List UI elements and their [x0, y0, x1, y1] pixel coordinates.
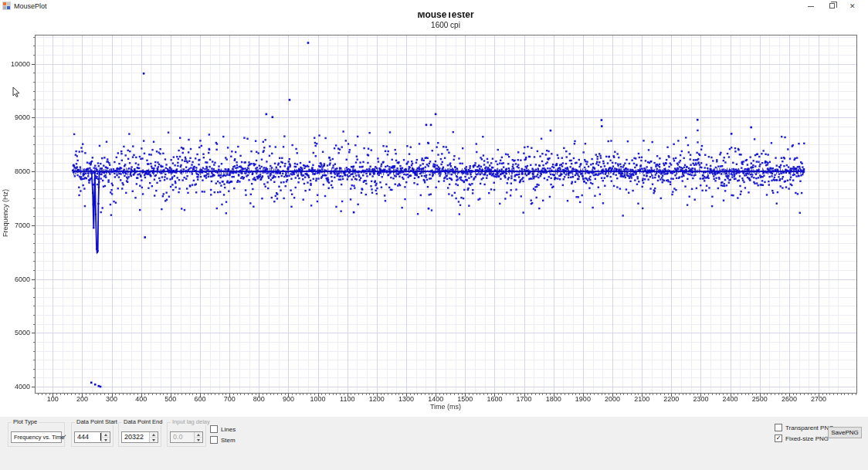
chevron-down-icon — [63, 434, 66, 438]
triangle-down-icon — [104, 439, 107, 441]
spin-down-button[interactable] — [150, 438, 158, 442]
stem-checkbox[interactable]: Stem — [210, 436, 236, 444]
spin-buttons — [101, 432, 110, 442]
spin-down-button — [195, 438, 202, 442]
triangle-up-icon — [197, 434, 200, 436]
fixed-size-png-checkbox[interactable]: ✓ Fixed-size PNG — [775, 434, 829, 442]
minimize-button[interactable] — [800, 0, 822, 12]
plot-type-select[interactable]: Frequency vs. Time — [11, 431, 62, 443]
spin-up-button[interactable] — [150, 432, 158, 438]
control-panel: Plot Type Frequency vs. Time Data Point … — [0, 417, 868, 470]
data-point-end-input[interactable]: 20322 — [121, 431, 158, 443]
checkbox-box — [775, 424, 782, 431]
spin-buttons — [149, 432, 158, 442]
data-point-start-value: 444 — [75, 432, 100, 442]
checkbox-box — [210, 436, 218, 444]
mouseplot-window: MousePlot ✕ MouseTester 1600 cpi Frequen… — [0, 0, 868, 470]
transparent-png-label: Transparent PNG — [785, 424, 833, 431]
input-lag-delay-label: Input lag delay — [171, 418, 212, 425]
plot-type-label: Plot Type — [12, 418, 39, 425]
input-lag-delay-value: 0.0 — [171, 432, 194, 442]
x-axis-label: Time (ms) — [430, 403, 461, 411]
data-point-start-group: Data Point Start 444 — [71, 422, 114, 447]
triangle-up-icon — [152, 434, 155, 436]
close-icon: ✕ — [849, 2, 856, 11]
restore-icon — [829, 3, 835, 8]
input-lag-delay-input: 0.0 — [170, 431, 203, 443]
spin-down-button[interactable] — [102, 438, 110, 442]
titlebar: MousePlot ✕ — [0, 0, 868, 12]
window-title: MousePlot — [14, 2, 47, 10]
input-lag-delay-group: Input lag delay 0.0 — [167, 422, 206, 447]
triangle-down-icon — [197, 439, 200, 441]
close-button[interactable]: ✕ — [843, 0, 865, 12]
data-point-start-label: Data Point Start — [75, 418, 119, 425]
data-point-end-label: Data Point End — [122, 418, 164, 425]
triangle-down-icon — [152, 439, 155, 441]
checkbox-box: ✓ — [775, 434, 782, 442]
maximize-button[interactable] — [822, 0, 843, 12]
app-icon — [2, 2, 11, 10]
window-controls: ✕ — [800, 0, 865, 12]
minimize-icon — [808, 6, 814, 7]
checkbox-box — [210, 425, 218, 433]
triangle-up-icon — [104, 434, 107, 436]
stem-checkbox-label: Stem — [221, 437, 236, 444]
frequency-vs-time-plot — [0, 0, 868, 417]
plot-type-group: Plot Type Frequency vs. Time — [8, 422, 65, 447]
spin-buttons — [194, 432, 202, 442]
spin-up-button — [195, 432, 202, 438]
chart-subtitle: 1600 cpi — [431, 21, 460, 29]
y-axis-label: Frequency (Hz) — [2, 172, 9, 254]
data-point-end-value: 20322 — [122, 432, 149, 442]
fixed-size-png-label: Fixed-size PNG — [785, 435, 829, 442]
lines-checkbox-label: Lines — [221, 426, 236, 433]
spin-up-button[interactable] — [102, 432, 110, 438]
data-point-end-group: Data Point End 20322 — [118, 422, 161, 447]
plot-type-value: Frequency vs. Time — [14, 434, 64, 441]
save-png-button[interactable]: SavePNG — [828, 427, 862, 438]
lines-checkbox[interactable]: Lines — [210, 425, 236, 433]
mouse-cursor-icon — [12, 86, 21, 98]
transparent-png-checkbox[interactable]: Transparent PNG — [775, 424, 833, 431]
data-point-start-input[interactable]: 444 — [74, 431, 110, 443]
